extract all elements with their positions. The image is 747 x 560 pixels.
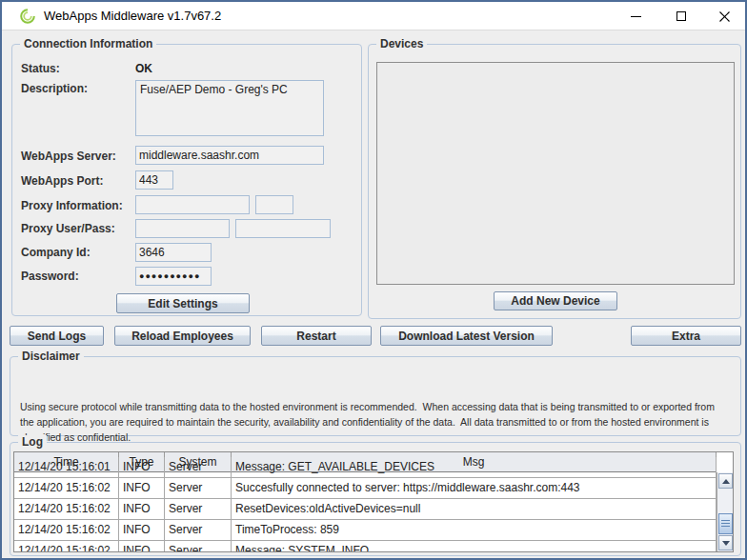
proxy-user-field[interactable] — [135, 219, 230, 238]
minimize-button[interactable] — [615, 2, 657, 30]
log-cell: Succesfully connected to server: https:/… — [232, 478, 717, 499]
minimize-icon — [631, 16, 641, 17]
maximize-button[interactable] — [659, 2, 702, 30]
log-cell: Message: SYSTEM_INFO — [232, 541, 717, 551]
log-cell: 12/14/20 15:16:02 — [14, 520, 119, 541]
log-row[interactable]: 12/14/20 15:16:02INFOServerResetDevices:… — [14, 499, 717, 520]
disclaimer-title: Disclaimer — [18, 350, 84, 363]
company-id-field[interactable] — [135, 243, 212, 262]
disclaimer-group: Disclaimer Using secure protocol while t… — [10, 356, 741, 436]
title-bar: WebApps Middleware v1.7v67.2 — [2, 2, 745, 30]
log-cell: Message: GET_AVAILABLE_DEVICES — [232, 457, 717, 478]
extra-button[interactable]: Extra — [631, 326, 741, 346]
log-title: Log — [18, 435, 47, 449]
log-cell: TimeToProcess: 859 — [232, 520, 717, 541]
log-cell: 12/14/20 15:16:02 — [14, 478, 119, 499]
reload-employees-button[interactable]: Reload Employees — [114, 326, 251, 346]
password-field[interactable] — [135, 267, 212, 286]
log-row[interactable]: 12/14/20 15:16:01INFOServerMessage: GET_… — [14, 457, 717, 478]
description-label: Description: — [21, 82, 88, 95]
send-logs-button[interactable]: Send Logs — [10, 326, 104, 346]
arrow-up-icon — [722, 479, 730, 484]
disclaimer-paragraph-1: Using secure protocol while transmitting… — [20, 399, 731, 445]
company-id-label: Company Id: — [21, 246, 91, 259]
devices-list[interactable] — [376, 62, 735, 285]
log-cell: INFO — [119, 541, 165, 551]
app-logo-icon — [19, 8, 36, 25]
log-row[interactable]: 12/14/20 15:16:02INFOServerSuccesfully c… — [14, 478, 717, 499]
proxy-port-field[interactable] — [255, 195, 293, 214]
port-field[interactable] — [135, 170, 173, 190]
description-field[interactable]: Fuse/AEP Demo - Greg's PC — [135, 80, 324, 136]
log-cell: Server — [165, 457, 232, 478]
log-table: TimeTypeSystemMsg 12/14/20 15:16:01INFOS… — [14, 452, 717, 551]
log-cell: Server — [165, 478, 232, 499]
connection-info-title: Connection Information — [20, 37, 156, 50]
log-cell: Server — [165, 541, 232, 551]
devices-group: Devices Add New Device — [368, 44, 741, 319]
password-label: Password: — [21, 270, 79, 283]
log-cell: Server — [165, 499, 232, 520]
log-cell: INFO — [119, 457, 165, 478]
scrollbar-grip-icon — [721, 520, 730, 528]
proxy-host-field[interactable] — [135, 195, 250, 214]
log-row[interactable]: 12/14/20 15:16:02INFOServerMessage: SYST… — [14, 541, 717, 551]
scroll-down-button[interactable] — [718, 535, 733, 550]
scroll-up-button[interactable] — [718, 473, 733, 489]
port-label: WebApps Port: — [21, 174, 103, 188]
log-cell: Server — [165, 520, 232, 541]
proxy-userpass-label: Proxy User/Pass: — [21, 222, 115, 235]
server-label: WebApps Server: — [21, 150, 116, 163]
log-scrollpane: TimeTypeSystemMsg 12/14/20 15:16:01INFOS… — [13, 451, 734, 552]
log-cell: 12/14/20 15:16:01 — [14, 457, 119, 478]
scrollbar-thumb[interactable] — [718, 513, 733, 534]
log-cell: 12/14/20 15:16:02 — [14, 499, 119, 520]
add-new-device-button[interactable]: Add New Device — [494, 291, 617, 310]
log-cell: 12/14/20 15:16:02 — [14, 541, 119, 551]
window-title: WebApps Middleware v1.7v67.2 — [44, 9, 221, 23]
close-button[interactable] — [704, 2, 745, 30]
log-cell: INFO — [119, 499, 165, 520]
log-cell: INFO — [119, 478, 165, 499]
status-label: Status: — [21, 62, 60, 75]
log-row[interactable]: 12/14/20 15:16:02INFOServerTimeToProcess… — [14, 520, 717, 541]
maximize-icon — [676, 11, 686, 21]
log-cell: INFO — [119, 520, 165, 541]
proxy-pass-field[interactable] — [235, 219, 331, 238]
log-vertical-scrollbar[interactable] — [717, 472, 733, 551]
app-window: WebApps Middleware v1.7v67.2 Connection … — [0, 0, 747, 560]
devices-title: Devices — [376, 37, 427, 50]
download-latest-version-button[interactable]: Download Latest Version — [380, 326, 553, 346]
arrow-down-icon — [722, 541, 730, 546]
status-value: OK — [135, 62, 152, 75]
proxy-info-label: Proxy Information: — [21, 199, 123, 212]
server-field[interactable] — [135, 146, 324, 165]
close-icon — [719, 11, 730, 22]
log-cell: ResetDevices:oldActiveDevices=null — [232, 499, 717, 520]
log-table-body: 12/14/20 15:16:01INFOServerMessage: GET_… — [14, 457, 717, 551]
edit-settings-button[interactable]: Edit Settings — [116, 293, 250, 313]
restart-button[interactable]: Restart — [261, 326, 372, 346]
